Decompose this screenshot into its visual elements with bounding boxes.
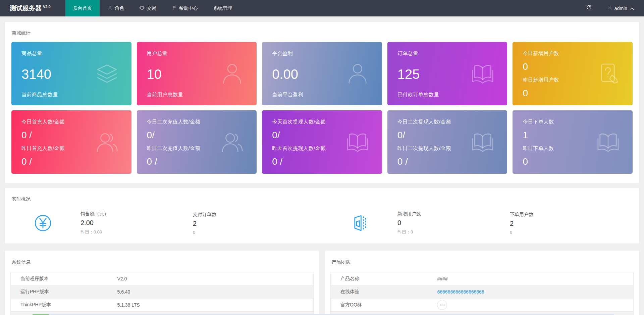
table-row: ThinkPHP版本 5.1.38 LTS	[11, 299, 314, 312]
stat-card-text: 商品总量 3140 当前商品总数量	[21, 50, 121, 98]
system-info-panel: 系统信息 当前程序版本 V2.0 运行PHP版本 5.6.40 ThinkPHP…	[5, 251, 319, 315]
user-icon	[107, 5, 112, 11]
nav-item-label: 系统管理	[213, 5, 232, 11]
stat-card-subvalue: 0 /	[397, 157, 497, 166]
app-logo[interactable]: 测试服务器 V2.0	[0, 0, 61, 16]
stat-card: 今天首次提现人数/金额 0/ 昨天首次提现人数/金额 0 /	[262, 110, 382, 174]
realtime-stat-label: 新增用户数	[397, 211, 510, 217]
realtime-stat-value: 2	[193, 220, 305, 227]
stat-card-label: 商品总量	[21, 50, 121, 57]
stat-card: 今日新增用户数 0 昨日新增用户数 0	[513, 42, 633, 105]
stat-card-label: 今日二次提现人数/金额	[397, 119, 497, 125]
stat-card-subvalue: 0 /	[21, 157, 121, 166]
table-row-label: 运行PHP版本	[11, 285, 108, 299]
stat-cards-grid: 商品总量 3140 当前商品总数量 用户总量 10 当前用户总数量 平台盈利 0…	[5, 36, 639, 183]
mall-stats-title: 商城统计	[5, 22, 639, 36]
building-icon	[322, 214, 397, 232]
product-team-panel: 产品团队 产品名称 #### 在线体验 666666666666666666 官…	[325, 251, 639, 315]
realtime-title: 实时概况	[5, 188, 639, 202]
stat-card-value: 0	[523, 62, 623, 71]
stat-card: 商品总量 3140 当前商品总数量	[11, 42, 131, 105]
top-navbar: 测试服务器 V2.0 后台首页 角色 交易 帮助中心 系统管理 admin	[0, 0, 644, 16]
table-row-value: 666666666666666666	[427, 285, 633, 299]
stat-card-value: 3140	[21, 67, 121, 81]
nav-item-label: 后台首页	[73, 5, 92, 11]
stat-card-sublabel: 昨日首充人数/金额	[21, 145, 121, 152]
table-row-value: 5.6.40	[107, 285, 313, 299]
stat-card-text: 今日新增用户数 0 昨日新增用户数 0	[523, 50, 623, 98]
stat-card-text: 今日二次提现人数/金额 0/ 昨日二次提现人数/金额 0 /	[397, 119, 497, 166]
nav-item-label: 角色	[115, 5, 124, 11]
stat-card-sublabel: 昨日二次提现人数/金额	[397, 145, 497, 152]
product-team-title: 产品团队	[325, 251, 639, 270]
nav-item-后台首页[interactable]: 后台首页	[65, 0, 100, 16]
nav-item-系统管理[interactable]: 系统管理	[206, 0, 240, 16]
stat-card-sublabel: 昨日新增用户数	[523, 77, 623, 83]
stat-card-label: 订单总量	[397, 50, 497, 57]
online-demo-link[interactable]: 666666666666666666	[437, 289, 484, 295]
table-row-label: 官方QQ群	[331, 299, 428, 312]
realtime-stat-value: 0	[397, 219, 510, 227]
realtime-stat: 下单用户数 2 0	[510, 212, 622, 235]
table-row-label: 在线体验	[331, 285, 428, 299]
stat-card-label: 今日新增用户数	[523, 50, 623, 57]
stat-card-text: 今天首次提现人数/金额 0/ 昨天首次提现人数/金额 0 /	[272, 119, 372, 166]
nav-item-帮助中心[interactable]: 帮助中心	[164, 0, 206, 16]
product-team-table: 产品名称 #### 在线体验 666666666666666666 官方QQ群 …	[330, 272, 634, 315]
nav-item-label: 交易	[147, 5, 156, 11]
stat-card-value: 10	[147, 67, 247, 81]
stat-card-value: 0/	[397, 130, 497, 140]
table-row-value: ####	[427, 272, 633, 285]
system-info-title: 系统信息	[5, 251, 319, 270]
stat-card-sublabel: 当前商品总数量	[21, 92, 121, 98]
stat-card-label: 今日二次充值人数/金额	[147, 119, 247, 125]
page-content: 商城统计 商品总量 3140 当前商品总数量 用户总量 10 当前用户总数量 平…	[0, 16, 644, 315]
username: admin	[614, 6, 627, 11]
table-row: 运行PHP版本 5.6.40	[11, 285, 314, 299]
stat-card-value: 0 /	[21, 130, 121, 140]
stat-card-label: 今天首次提现人数/金额	[272, 119, 372, 125]
mall-stats-panel: 商城统计 商品总量 3140 当前商品总数量 用户总量 10 当前用户总数量 平…	[5, 22, 639, 183]
stat-card-value: 125	[397, 67, 497, 81]
stat-card-text: 订单总量 125 已付款订单总数量	[397, 50, 497, 98]
realtime-stat: 新增用户数 0 昨日：0	[397, 211, 510, 235]
stat-card: 今日首充人数/金额 0 / 昨日首充人数/金额 0 /	[11, 110, 131, 174]
nav-item-角色[interactable]: 角色	[100, 0, 132, 16]
realtime-stat-sub: 0	[193, 230, 305, 235]
stat-card: 用户总量 10 当前用户总数量	[137, 42, 257, 105]
stat-card-label: 今日首充人数/金额	[21, 119, 121, 125]
nav-item-交易[interactable]: 交易	[132, 0, 164, 16]
table-row-label: 产品名称	[331, 272, 428, 285]
refresh-icon	[586, 5, 592, 12]
table-row-label: 当前程序版本	[11, 272, 108, 285]
stat-card-subvalue: 0 /	[272, 157, 372, 166]
stat-card-value: 0/	[272, 130, 372, 140]
realtime-stat-sub: 昨日：0	[397, 229, 510, 235]
realtime-stat-label: 销售额（元）	[80, 211, 193, 217]
main-nav: 后台首页 角色 交易 帮助中心 系统管理	[65, 0, 240, 16]
app-version: V2.0	[43, 5, 51, 9]
user-menu[interactable]: admin	[600, 0, 644, 16]
stat-card-text: 平台盈利 0.00 当前平台盈利	[272, 50, 372, 98]
flag-icon	[172, 5, 177, 11]
scales-icon	[140, 5, 145, 11]
realtime-stat: 支付订单数 2 0	[193, 212, 305, 235]
table-row: 产品名称 ####	[331, 272, 634, 285]
stat-card-subvalue: 0 /	[147, 157, 247, 166]
stat-card-value: 0/	[147, 130, 247, 140]
stat-card-value: 0.00	[272, 67, 372, 81]
system-info-table: 当前程序版本 V2.0 运行PHP版本 5.6.40 ThinkPHP版本 5.…	[10, 272, 314, 315]
realtime-stat-value: 2.00	[80, 219, 193, 227]
realtime-stat-sub: 0	[510, 230, 622, 235]
table-row: 官方QQ群 404	[331, 299, 634, 312]
stat-card-sublabel: 昨日下单人数	[523, 145, 623, 152]
stat-card-sublabel: 已付款订单总数量	[397, 92, 497, 98]
table-row: 当前程序版本 V2.0	[11, 272, 314, 285]
stat-card-value: 1	[523, 130, 623, 140]
refresh-button[interactable]	[577, 0, 600, 16]
realtime-group: 新增用户数 0 昨日：0 下单用户数 2 0	[322, 211, 639, 235]
stat-card-subvalue: 0	[523, 89, 623, 98]
stat-card-text: 今日首充人数/金额 0 / 昨日首充人数/金额 0 /	[21, 119, 121, 166]
realtime-stat-label: 支付订单数	[193, 212, 305, 218]
stat-card-text: 今日下单人数 1 昨日下单人数 0	[523, 119, 623, 166]
